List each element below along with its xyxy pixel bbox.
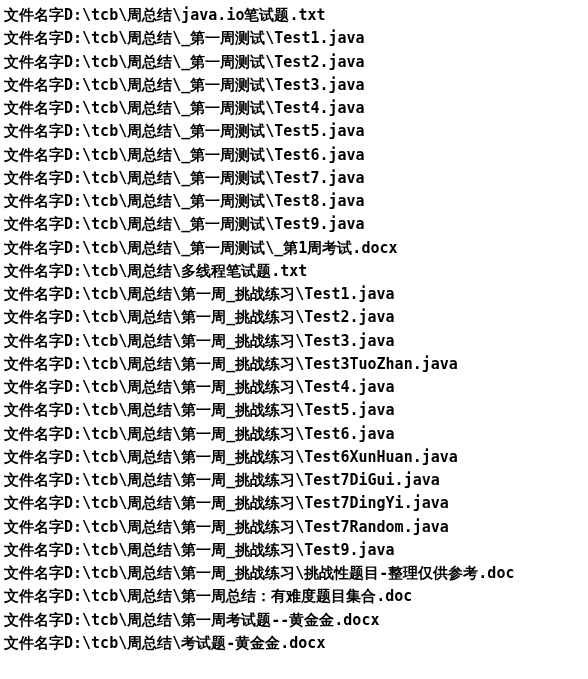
line-prefix: 文件名字 bbox=[4, 29, 64, 47]
file-path: D:\tcb\周总结\_第一周测试\Test1.java bbox=[64, 29, 365, 47]
file-path: D:\tcb\周总结\_第一周测试\Test5.java bbox=[64, 122, 365, 140]
file-path: D:\tcb\周总结\第一周_挑战练习\Test4.java bbox=[64, 378, 395, 396]
output-line: 文件名字D:\tcb\周总结\_第一周测试\Test6.java bbox=[4, 144, 584, 167]
output-line: 文件名字D:\tcb\周总结\_第一周测试\Test7.java bbox=[4, 167, 584, 190]
file-path: D:\tcb\周总结\第一周_挑战练习\Test3.java bbox=[64, 332, 395, 350]
line-prefix: 文件名字 bbox=[4, 541, 64, 559]
console-output: 文件名字D:\tcb\周总结\java.io笔试题.txt文件名字D:\tcb\… bbox=[4, 4, 584, 655]
line-prefix: 文件名字 bbox=[4, 564, 64, 582]
output-line: 文件名字D:\tcb\周总结\多线程笔试题.txt bbox=[4, 260, 584, 283]
output-line: 文件名字D:\tcb\周总结\_第一周测试\Test1.java bbox=[4, 27, 584, 50]
line-prefix: 文件名字 bbox=[4, 169, 64, 187]
line-prefix: 文件名字 bbox=[4, 425, 64, 443]
file-path: D:\tcb\周总结\第一周_挑战练习\Test2.java bbox=[64, 308, 395, 326]
file-path: D:\tcb\周总结\_第一周测试\Test6.java bbox=[64, 146, 365, 164]
line-prefix: 文件名字 bbox=[4, 518, 64, 536]
line-prefix: 文件名字 bbox=[4, 122, 64, 140]
file-path: D:\tcb\周总结\_第一周测试\Test7.java bbox=[64, 169, 365, 187]
output-line: 文件名字D:\tcb\周总结\第一周_挑战练习\Test1.java bbox=[4, 283, 584, 306]
output-line: 文件名字D:\tcb\周总结\第一周_挑战练习\挑战性题目-整理仅供参考.doc bbox=[4, 562, 584, 585]
file-path: D:\tcb\周总结\_第一周测试\Test3.java bbox=[64, 76, 365, 94]
file-path: D:\tcb\周总结\_第一周测试\Test2.java bbox=[64, 53, 365, 71]
file-path: D:\tcb\周总结\第一周_挑战练习\Test7DiGui.java bbox=[64, 471, 440, 489]
output-line: 文件名字D:\tcb\周总结\第一周_挑战练习\Test3TuoZhan.jav… bbox=[4, 353, 584, 376]
line-prefix: 文件名字 bbox=[4, 401, 64, 419]
file-path: D:\tcb\周总结\考试题-黄金金.docx bbox=[64, 634, 325, 652]
output-line: 文件名字D:\tcb\周总结\_第一周测试\Test8.java bbox=[4, 190, 584, 213]
output-line: 文件名字D:\tcb\周总结\_第一周测试\Test3.java bbox=[4, 74, 584, 97]
line-prefix: 文件名字 bbox=[4, 634, 64, 652]
line-prefix: 文件名字 bbox=[4, 308, 64, 326]
line-prefix: 文件名字 bbox=[4, 76, 64, 94]
output-line: 文件名字D:\tcb\周总结\第一周_挑战练习\Test9.java bbox=[4, 539, 584, 562]
line-prefix: 文件名字 bbox=[4, 332, 64, 350]
output-line: 文件名字D:\tcb\周总结\_第一周测试\_第1周考试.docx bbox=[4, 237, 584, 260]
line-prefix: 文件名字 bbox=[4, 611, 64, 629]
file-path: D:\tcb\周总结\第一周_挑战练习\Test7DingYi.java bbox=[64, 494, 449, 512]
line-prefix: 文件名字 bbox=[4, 262, 64, 280]
line-prefix: 文件名字 bbox=[4, 215, 64, 233]
output-line: 文件名字D:\tcb\周总结\java.io笔试题.txt bbox=[4, 4, 584, 27]
output-line: 文件名字D:\tcb\周总结\第一周_挑战练习\Test7DingYi.java bbox=[4, 492, 584, 515]
output-line: 文件名字D:\tcb\周总结\第一周_挑战练习\Test2.java bbox=[4, 306, 584, 329]
output-line: 文件名字D:\tcb\周总结\第一周_挑战练习\Test6XunHuan.jav… bbox=[4, 446, 584, 469]
file-path: D:\tcb\周总结\第一周总结：有难度题目集合.doc bbox=[64, 587, 412, 605]
file-path: D:\tcb\周总结\第一周_挑战练习\Test1.java bbox=[64, 285, 395, 303]
output-line: 文件名字D:\tcb\周总结\第一周_挑战练习\Test5.java bbox=[4, 399, 584, 422]
output-line: 文件名字D:\tcb\周总结\_第一周测试\Test9.java bbox=[4, 213, 584, 236]
output-line: 文件名字D:\tcb\周总结\第一周_挑战练习\Test3.java bbox=[4, 330, 584, 353]
output-line: 文件名字D:\tcb\周总结\第一周考试题--黄金金.docx bbox=[4, 609, 584, 632]
line-prefix: 文件名字 bbox=[4, 53, 64, 71]
file-path: D:\tcb\周总结\第一周_挑战练习\Test3TuoZhan.java bbox=[64, 355, 458, 373]
line-prefix: 文件名字 bbox=[4, 471, 64, 489]
file-path: D:\tcb\周总结\第一周_挑战练习\Test7Random.java bbox=[64, 518, 449, 536]
file-path: D:\tcb\周总结\第一周_挑战练习\Test9.java bbox=[64, 541, 395, 559]
file-path: D:\tcb\周总结\_第一周测试\Test4.java bbox=[64, 99, 365, 117]
output-line: 文件名字D:\tcb\周总结\考试题-黄金金.docx bbox=[4, 632, 584, 655]
file-path: D:\tcb\周总结\第一周_挑战练习\Test5.java bbox=[64, 401, 395, 419]
line-prefix: 文件名字 bbox=[4, 448, 64, 466]
line-prefix: 文件名字 bbox=[4, 192, 64, 210]
line-prefix: 文件名字 bbox=[4, 494, 64, 512]
output-line: 文件名字D:\tcb\周总结\第一周_挑战练习\Test7Random.java bbox=[4, 516, 584, 539]
file-path: D:\tcb\周总结\_第一周测试\_第1周考试.docx bbox=[64, 239, 398, 257]
file-path: D:\tcb\周总结\_第一周测试\Test8.java bbox=[64, 192, 365, 210]
output-line: 文件名字D:\tcb\周总结\_第一周测试\Test4.java bbox=[4, 97, 584, 120]
output-line: 文件名字D:\tcb\周总结\第一周_挑战练习\Test7DiGui.java bbox=[4, 469, 584, 492]
output-line: 文件名字D:\tcb\周总结\第一周_挑战练习\Test4.java bbox=[4, 376, 584, 399]
file-path: D:\tcb\周总结\第一周考试题--黄金金.docx bbox=[64, 611, 379, 629]
output-line: 文件名字D:\tcb\周总结\_第一周测试\Test2.java bbox=[4, 51, 584, 74]
file-path: D:\tcb\周总结\第一周_挑战练习\Test6XunHuan.java bbox=[64, 448, 458, 466]
output-line: 文件名字D:\tcb\周总结\_第一周测试\Test5.java bbox=[4, 120, 584, 143]
file-path: D:\tcb\周总结\第一周_挑战练习\Test6.java bbox=[64, 425, 395, 443]
line-prefix: 文件名字 bbox=[4, 378, 64, 396]
line-prefix: 文件名字 bbox=[4, 239, 64, 257]
file-path: D:\tcb\周总结\第一周_挑战练习\挑战性题目-整理仅供参考.doc bbox=[64, 564, 514, 582]
line-prefix: 文件名字 bbox=[4, 146, 64, 164]
line-prefix: 文件名字 bbox=[4, 285, 64, 303]
line-prefix: 文件名字 bbox=[4, 99, 64, 117]
line-prefix: 文件名字 bbox=[4, 6, 64, 24]
output-line: 文件名字D:\tcb\周总结\第一周_挑战练习\Test6.java bbox=[4, 423, 584, 446]
file-path: D:\tcb\周总结\_第一周测试\Test9.java bbox=[64, 215, 365, 233]
file-path: D:\tcb\周总结\多线程笔试题.txt bbox=[64, 262, 307, 280]
output-line: 文件名字D:\tcb\周总结\第一周总结：有难度题目集合.doc bbox=[4, 585, 584, 608]
file-path: D:\tcb\周总结\java.io笔试题.txt bbox=[64, 6, 326, 24]
line-prefix: 文件名字 bbox=[4, 355, 64, 373]
line-prefix: 文件名字 bbox=[4, 587, 64, 605]
